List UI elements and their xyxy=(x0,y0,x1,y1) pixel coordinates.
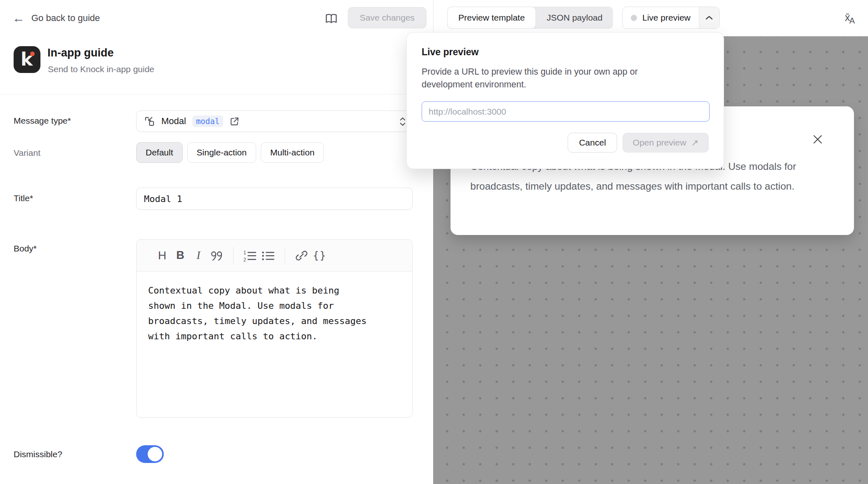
toolbar-separator xyxy=(233,247,234,264)
close-icon xyxy=(812,134,823,145)
knock-logo: k xyxy=(14,46,40,73)
title-input[interactable]: Modal 1 xyxy=(136,188,413,210)
header-divider xyxy=(0,94,433,94)
svg-text:2: 2 xyxy=(243,257,246,262)
title-input-value: Modal 1 xyxy=(144,194,182,204)
live-preview-collapse-button[interactable] xyxy=(699,7,719,28)
body-label: Body* xyxy=(14,244,37,254)
heading-button[interactable]: H xyxy=(153,246,171,265)
variant-option-multi-action[interactable]: Multi-action xyxy=(261,142,324,163)
translate-icon: x̄A xyxy=(845,12,855,25)
translate-button[interactable]: x̄A xyxy=(840,9,860,27)
cancel-button[interactable]: Cancel xyxy=(568,133,617,153)
topbar-divider xyxy=(433,0,434,36)
preview-close-button[interactable] xyxy=(810,132,825,147)
preview-url-input[interactable] xyxy=(422,101,710,122)
toolbar-separator xyxy=(285,247,285,264)
modal-type-icon xyxy=(144,116,155,127)
popover-title: Live preview xyxy=(422,47,709,58)
open-preview-button[interactable]: Open preview ↗ xyxy=(623,133,709,153)
bullet-list-button[interactable] xyxy=(259,246,277,265)
variant-option-single-action[interactable]: Single-action xyxy=(187,142,256,163)
external-link-icon[interactable] xyxy=(229,116,240,127)
message-type-select[interactable]: Modal modal xyxy=(136,110,413,132)
svg-text:1: 1 xyxy=(243,250,246,256)
body-text: Contextual copy about what is being show… xyxy=(148,283,371,344)
live-preview-label: Live preview xyxy=(642,13,691,23)
popover-button-row: Cancel Open preview ↗ xyxy=(422,133,709,153)
logo-dot xyxy=(30,52,35,56)
page-title: In-app guide xyxy=(47,47,113,59)
top-bar: ← Go back to guide Save changes Preview … xyxy=(0,0,868,36)
status-dot xyxy=(631,15,637,21)
preview-mode-tabs: Preview template JSON payload xyxy=(447,7,613,29)
variables-button[interactable]: {} xyxy=(311,246,329,265)
docs-book-icon[interactable] xyxy=(323,10,340,27)
variant-option-default[interactable]: Default xyxy=(136,142,183,163)
variant-label: Variant xyxy=(14,148,40,158)
live-preview-popover: Live preview Provide a URL to preview th… xyxy=(406,32,724,169)
italic-button[interactable]: I xyxy=(189,246,208,265)
go-back-button[interactable]: ← Go back to guide xyxy=(12,0,100,36)
select-chevrons-icon xyxy=(399,111,406,132)
arrow-up-right-icon: ↗ xyxy=(691,138,698,148)
message-type-label: Message type* xyxy=(14,116,71,126)
blockquote-button[interactable] xyxy=(208,246,226,265)
chevron-up-icon xyxy=(705,15,713,20)
popover-description: Provide a URL to preview this guide in y… xyxy=(422,66,689,91)
live-preview-button[interactable]: Live preview xyxy=(623,7,699,28)
title-label: Title* xyxy=(14,193,33,203)
save-changes-button[interactable]: Save changes xyxy=(348,7,427,28)
message-type-value: Modal xyxy=(161,116,186,127)
back-label: Go back to guide xyxy=(31,13,100,23)
message-type-key-badge: modal xyxy=(192,115,223,127)
toggle-knob xyxy=(148,447,162,461)
dismissible-toggle[interactable] xyxy=(136,445,164,463)
body-editor-content[interactable]: Contextual copy about what is being show… xyxy=(137,272,379,344)
tab-preview-template[interactable]: Preview template xyxy=(447,7,536,29)
dismissible-label: Dismissible? xyxy=(14,449,62,459)
back-arrow-icon: ← xyxy=(12,12,25,24)
tab-json-payload[interactable]: JSON payload xyxy=(536,7,613,29)
page-subtitle: Send to Knock in-app guide xyxy=(48,64,154,74)
editor-toolbar: H B I 1 2 xyxy=(137,240,412,272)
ordered-list-button[interactable]: 1 2 xyxy=(241,246,259,265)
variant-button-group: Default Single-action Multi-action xyxy=(136,142,324,163)
body-editor: H B I 1 2 xyxy=(136,239,413,418)
live-preview-control: Live preview xyxy=(622,7,720,29)
link-button[interactable] xyxy=(292,246,311,265)
open-preview-label: Open preview xyxy=(633,138,686,148)
bold-button[interactable]: B xyxy=(171,246,189,265)
